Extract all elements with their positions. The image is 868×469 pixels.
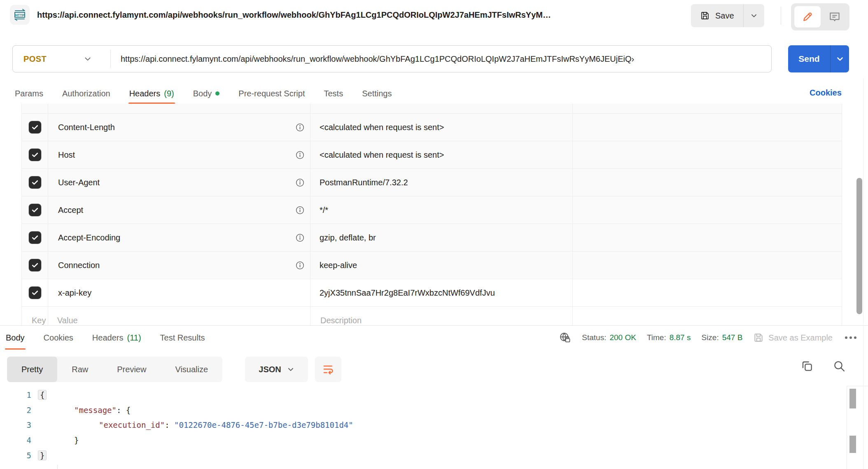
- network-globe-icon[interactable]: [559, 331, 571, 344]
- checkbox[interactable]: [29, 231, 41, 244]
- edit-mode-button[interactable]: [794, 6, 821, 28]
- description-cell[interactable]: [573, 141, 842, 168]
- checkbox-cell: [22, 114, 48, 141]
- save-button[interactable]: Save: [691, 4, 743, 27]
- header-value: keep-alive: [320, 261, 357, 270]
- info-icon[interactable]: [296, 178, 304, 187]
- value-cell[interactable]: 2yjX35tnnSaa7Hr2g8EaI7rWxbzcNtWf69VdfJvu: [310, 279, 573, 306]
- url-input[interactable]: https://api.connect.fylamynt.com/api/web…: [121, 46, 768, 72]
- description-cell[interactable]: [573, 114, 842, 141]
- indent-guide: [57, 465, 58, 469]
- key-cell[interactable]: User-Agent: [48, 169, 310, 196]
- description-cell[interactable]: [573, 252, 842, 279]
- more-options-icon[interactable]: [845, 336, 856, 339]
- description-cell[interactable]: [573, 279, 842, 306]
- tab-body[interactable]: Body: [193, 83, 220, 104]
- value-cell[interactable]: */*: [310, 196, 573, 224]
- description-cell[interactable]: [573, 224, 842, 251]
- key-cell[interactable]: Accept: [48, 196, 310, 224]
- code-content: "execution_id": "0122670e-4876-45e7-b7be…: [38, 420, 353, 429]
- status-label: Status:: [582, 333, 606, 342]
- send-button[interactable]: Send: [788, 45, 830, 72]
- line-number[interactable]: 5: [0, 451, 31, 460]
- info-icon[interactable]: [296, 261, 304, 270]
- checkbox[interactable]: [29, 149, 41, 161]
- response-scrollbar-thumb[interactable]: [849, 436, 856, 453]
- chevron-down-icon[interactable]: [84, 46, 92, 72]
- response-tab-body[interactable]: Body: [6, 326, 25, 350]
- tab-authorization[interactable]: Authorization: [62, 83, 110, 104]
- value-cell[interactable]: <calculated when request is sent>: [310, 114, 573, 141]
- response-tab-headers[interactable]: Headers(11): [92, 326, 141, 350]
- save-icon: [753, 332, 764, 343]
- copy-response-button[interactable]: [800, 359, 814, 373]
- description-placeholder: Description: [320, 316, 362, 325]
- save-as-example-button[interactable]: Save as Example: [753, 332, 833, 343]
- search-response-button[interactable]: [833, 359, 846, 373]
- status-value[interactable]: 200 OK: [609, 333, 636, 342]
- response-scrollbar-thumb[interactable]: [849, 389, 856, 408]
- fold-marker[interactable]: }: [38, 450, 47, 460]
- tab-settings[interactable]: Settings: [362, 83, 392, 104]
- active-tab-underline: [5, 348, 26, 350]
- code-line: 1{: [0, 387, 849, 403]
- line-number[interactable]: 2: [0, 406, 31, 415]
- value-cell[interactable]: <calculated when request is sent>: [310, 141, 573, 168]
- code-line: 2"message": {: [0, 403, 849, 418]
- description-cell[interactable]: [573, 196, 842, 224]
- line-number[interactable]: 4: [0, 436, 31, 445]
- cookies-link[interactable]: Cookies: [810, 83, 842, 102]
- save-options-button[interactable]: [744, 4, 764, 27]
- line-number[interactable]: 1: [0, 390, 31, 399]
- key-cell[interactable]: Key: [22, 307, 48, 325]
- key-cell[interactable]: Connection: [48, 252, 310, 279]
- key-cell[interactable]: Content-Length: [48, 114, 310, 141]
- value-cell[interactable]: PostmanRuntime/7.32.2: [310, 169, 573, 196]
- checkbox[interactable]: [29, 259, 41, 271]
- wrap-text-button[interactable]: [315, 357, 341, 382]
- key-cell[interactable]: Accept-Encoding: [48, 224, 310, 251]
- key-cell[interactable]: x-api-key: [48, 279, 310, 306]
- view-raw[interactable]: Raw: [57, 357, 103, 382]
- postman-app-window: HTTP https://api.connect.fylamynt.com/ap…: [0, 0, 868, 469]
- response-tab-test-results[interactable]: Test Results: [160, 326, 205, 350]
- response-body-editor[interactable]: 1{2"message": {3"execution_id": "0122670…: [0, 387, 849, 469]
- value-cell[interactable]: keep-alive: [310, 252, 573, 279]
- tab-tests[interactable]: Tests: [324, 83, 343, 104]
- info-icon[interactable]: [296, 151, 304, 159]
- value-cell[interactable]: gzip, deflate, br: [310, 224, 573, 251]
- size-value[interactable]: 547 B: [722, 333, 743, 342]
- language-selector-label: JSON: [259, 365, 281, 374]
- tab-headers[interactable]: Headers(9): [129, 83, 174, 104]
- send-options-button[interactable]: [831, 45, 849, 72]
- description-cell[interactable]: Description: [310, 307, 573, 325]
- key-cell[interactable]: Host: [48, 141, 310, 168]
- checkbox[interactable]: [29, 121, 41, 133]
- checkbox[interactable]: [29, 204, 41, 216]
- request-scrollbar-thumb[interactable]: [856, 178, 862, 314]
- line-number[interactable]: 3: [0, 420, 31, 429]
- view-pretty[interactable]: Pretty: [7, 357, 57, 382]
- comments-button[interactable]: [822, 3, 847, 30]
- chevron-down-icon: [836, 55, 844, 63]
- value-cell[interactable]: Value: [48, 307, 310, 325]
- table-cell: [310, 104, 573, 113]
- tab-params[interactable]: Params: [15, 83, 43, 104]
- tab-params-label: Params: [15, 89, 43, 98]
- time-value[interactable]: 8.87 s: [670, 333, 691, 342]
- view-preview[interactable]: Preview: [103, 357, 161, 382]
- info-icon[interactable]: [296, 206, 304, 215]
- tab-pre-request-script[interactable]: Pre-request Script: [238, 83, 305, 104]
- checkbox[interactable]: [29, 176, 41, 189]
- language-selector[interactable]: JSON: [245, 357, 308, 382]
- description-cell[interactable]: [573, 169, 842, 196]
- checkbox[interactable]: [29, 287, 41, 299]
- fold-marker[interactable]: {: [38, 390, 47, 400]
- response-scrollbar-track: [847, 386, 847, 469]
- info-icon[interactable]: [296, 123, 304, 132]
- view-visualize[interactable]: Visualize: [161, 357, 222, 382]
- method-selector[interactable]: POST: [23, 46, 47, 72]
- response-tab-cookies[interactable]: Cookies: [44, 326, 73, 350]
- table-row-clipped: [22, 104, 842, 114]
- info-icon[interactable]: [296, 233, 304, 242]
